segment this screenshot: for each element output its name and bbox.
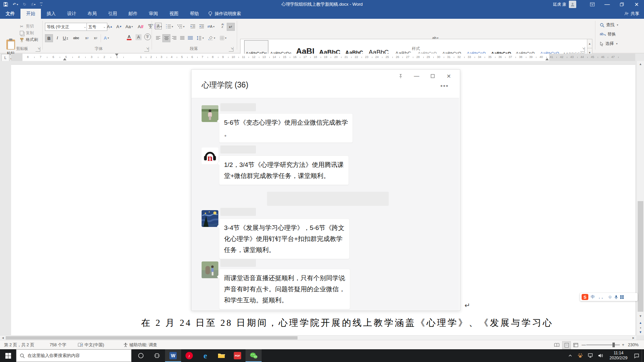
volume-tray-icon[interactable]: [595, 349, 605, 362]
taskbar-pdf-icon[interactable]: PDF: [229, 349, 246, 362]
scroll-right-arrow[interactable]: ►: [631, 336, 636, 340]
cortana-button[interactable]: [133, 349, 149, 362]
clear-formatting-button[interactable]: A: [137, 23, 144, 30]
horizontal-ruler[interactable]: 8765432112345678910111213141516171819202…: [11, 54, 635, 61]
justify-button[interactable]: [178, 34, 186, 42]
sogou-tray-icon[interactable]: [575, 349, 585, 362]
tab-插入[interactable]: 插入: [41, 9, 61, 19]
superscript-button[interactable]: x2: [92, 34, 99, 42]
horizontal-scrollbar[interactable]: ◄ ►: [0, 335, 636, 340]
read-mode-button[interactable]: [553, 341, 561, 349]
tab-布局[interactable]: 布局: [82, 9, 102, 19]
show-hide-marks-button[interactable]: ↵: [227, 23, 235, 31]
tab-审阅[interactable]: 审阅: [143, 9, 164, 19]
touch-mode-button[interactable]: ☝▾: [31, 2, 35, 7]
scroll-up-arrow[interactable]: ▲: [637, 61, 644, 67]
sogou-logo-icon[interactable]: S: [582, 294, 588, 300]
clipboard-dialog-launcher[interactable]: ↘: [36, 47, 40, 52]
ime-punctuation-icon[interactable]: ，。: [597, 294, 606, 300]
align-right-button[interactable]: [170, 34, 178, 42]
scroll-down-arrow[interactable]: ▼: [637, 313, 644, 319]
align-left-button[interactable]: [154, 34, 162, 42]
multilevel-list-button[interactable]: ▾: [177, 23, 184, 30]
increase-indent-button[interactable]: [198, 23, 205, 30]
print-layout-button[interactable]: [562, 341, 571, 349]
minimize-button[interactable]: —: [600, 0, 614, 9]
ribbon-display-options-button[interactable]: [585, 0, 600, 9]
format-painter-button[interactable]: 格式刷: [19, 37, 38, 43]
sogou-ime-toolbar[interactable]: S 中 ，。 ☺: [580, 293, 638, 301]
taskbar-clock[interactable]: 11:14 2020/2/29: [605, 351, 632, 361]
zoom-level[interactable]: 230%: [628, 340, 639, 350]
undo-button[interactable]: ↶▾: [13, 2, 18, 7]
redo-button[interactable]: ↻: [23, 2, 26, 7]
ime-emoji-icon[interactable]: ☺: [608, 295, 612, 299]
replace-button[interactable]: ab↷ 替换: [600, 32, 616, 37]
accessibility-status[interactable]: 辅助功能: 调查: [123, 340, 157, 350]
underline-button[interactable]: U▾: [62, 34, 69, 42]
character-shading-button[interactable]: A: [136, 34, 142, 40]
taskbar-file-explorer-icon[interactable]: [213, 349, 229, 362]
hidden-icons-chevron[interactable]: [565, 349, 575, 362]
shading-button[interactable]: ▾: [208, 34, 215, 42]
ime-chinese-mode-icon[interactable]: 中: [591, 294, 595, 300]
styles-scroll-up[interactable]: ▲: [587, 39, 592, 48]
tab-邮件[interactable]: 邮件: [123, 9, 143, 19]
copy-button[interactable]: 复制: [19, 30, 34, 36]
phonetic-guide-button[interactable]: wén文: [147, 22, 154, 29]
line-spacing-button[interactable]: ▾: [197, 34, 204, 42]
customize-qat-button[interactable]: ⌄: [40, 3, 43, 6]
font-size-combo[interactable]: 五号⌄: [87, 23, 107, 31]
word-count[interactable]: 758 个字: [50, 340, 66, 350]
ime-toolbox-icon[interactable]: [620, 295, 624, 299]
asian-layout-button[interactable]: ⇄A▾: [207, 23, 215, 30]
tab-开始[interactable]: 开始: [20, 9, 41, 19]
zoom-slider-thumb[interactable]: [612, 343, 615, 347]
right-indent-marker[interactable]: [545, 58, 549, 60]
scroll-left-arrow[interactable]: ◄: [0, 336, 6, 340]
task-view-button[interactable]: [149, 349, 165, 362]
select-button[interactable]: 选择▾: [600, 41, 618, 47]
restore-button[interactable]: [614, 0, 629, 9]
taskbar-edge-icon[interactable]: e: [197, 349, 213, 362]
text-effects-button[interactable]: A▾: [103, 34, 110, 42]
numbered-list-button[interactable]: ▾: [166, 23, 173, 30]
tab-file[interactable]: 文件: [0, 9, 20, 19]
styles-dialog-launcher[interactable]: ↘: [580, 47, 585, 52]
enclose-characters-button[interactable]: 字: [144, 34, 151, 40]
distribute-button[interactable]: [186, 34, 194, 42]
vertical-scroll-thumb[interactable]: [638, 201, 643, 312]
strikethrough-button[interactable]: abc: [72, 34, 80, 42]
font-color-button[interactable]: A: [125, 34, 133, 41]
first-line-indent-marker[interactable]: [115, 54, 118, 56]
tab-帮助[interactable]: 帮助: [184, 9, 205, 19]
shrink-font-button[interactable]: A▼: [115, 23, 123, 30]
ime-mic-icon[interactable]: [614, 295, 618, 299]
zoom-in-button[interactable]: +: [622, 340, 624, 350]
taskbar-search-box[interactable]: 在这里输入你要搜索的内容: [16, 349, 131, 362]
align-center-button[interactable]: [162, 34, 170, 42]
proofing-status[interactable]: 中文(中国): [78, 340, 104, 350]
web-layout-button[interactable]: [572, 341, 580, 349]
tab-stop-selector[interactable]: L: [1, 54, 9, 61]
page-indicator[interactable]: 第 2 页，共 2 页: [4, 340, 34, 350]
document-page[interactable]: 心理学院 (36) — ✕ ••• 5-6节《变态心理学》使用企业微信完成教学。…: [11, 64, 635, 335]
show-desktop-button[interactable]: [642, 349, 644, 362]
next-page-button[interactable]: ▼: [637, 329, 644, 335]
close-button[interactable]: ✕: [629, 0, 644, 9]
zoom-out-button[interactable]: —: [582, 340, 586, 350]
save-button[interactable]: [3, 2, 8, 7]
italic-button[interactable]: I: [54, 34, 61, 42]
cut-button[interactable]: ✂ 剪切: [19, 23, 34, 29]
bold-button[interactable]: B: [45, 34, 53, 42]
action-center-icon[interactable]: [632, 349, 642, 362]
network-tray-icon[interactable]: [585, 349, 595, 362]
tell-me-search[interactable]: 操作说明搜索: [205, 9, 244, 19]
tab-设计[interactable]: 设计: [61, 9, 82, 19]
share-button[interactable]: 共享: [624, 9, 639, 19]
subscript-button[interactable]: x2: [83, 34, 91, 42]
start-button[interactable]: [0, 349, 16, 362]
horizontal-scroll-thumb[interactable]: [6, 336, 298, 340]
taskbar-netease-music-icon[interactable]: ♪: [181, 349, 197, 362]
find-button[interactable]: 查找▾: [600, 22, 618, 28]
